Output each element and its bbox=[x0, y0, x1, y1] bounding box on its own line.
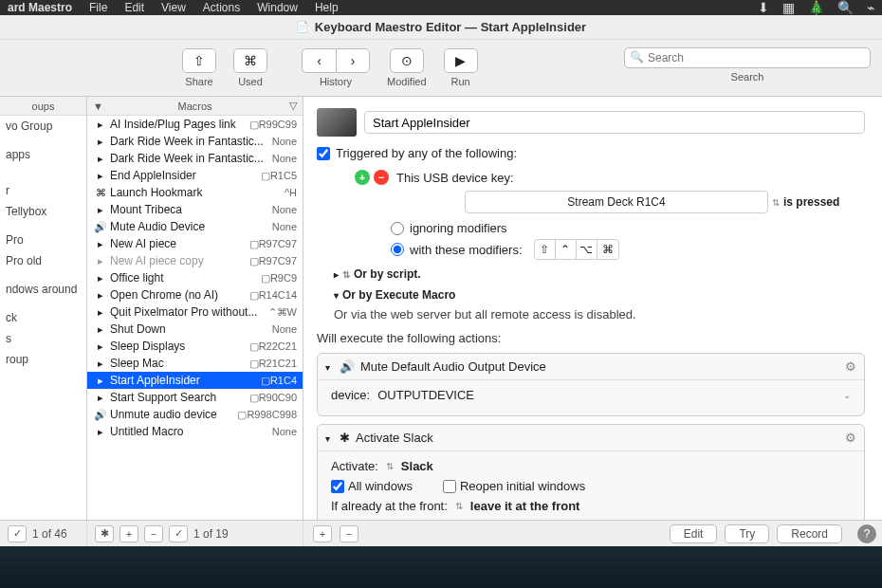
disclosure-icon[interactable] bbox=[325, 359, 334, 374]
modifier-box[interactable]: ⇧ ⌃ ⌥ ⌘ bbox=[534, 239, 619, 260]
chevron-updown-icon[interactable]: ⇅ bbox=[386, 461, 394, 471]
tree-icon[interactable]: 🎄 bbox=[808, 0, 824, 15]
gear-button[interactable]: ✱ bbox=[95, 525, 114, 542]
group-item[interactable]: Tellybox bbox=[0, 201, 86, 222]
macros-header[interactable]: ▼ Macros ▽ bbox=[87, 97, 303, 116]
sort-icon[interactable]: ▼ bbox=[93, 101, 103, 112]
macro-hotkey: None bbox=[272, 323, 297, 335]
gear-icon[interactable]: ⚙ bbox=[845, 431, 856, 445]
shift-mod-icon[interactable]: ⇧ bbox=[535, 240, 556, 259]
remove-trigger-button[interactable]: − bbox=[374, 170, 389, 185]
search-input[interactable] bbox=[624, 47, 871, 68]
chevron-updown-icon[interactable]: ⇅ bbox=[772, 197, 780, 208]
dropbox-icon[interactable]: ⬇ bbox=[758, 0, 769, 15]
or-script-disclosure[interactable]: ⇅Or by script. bbox=[334, 267, 865, 281]
activate-value[interactable]: Slack bbox=[401, 459, 433, 473]
share-button[interactable]: ⇧ bbox=[182, 48, 216, 73]
chevron-updown-icon[interactable]: ⇅ bbox=[455, 501, 463, 511]
groups-header[interactable]: oups bbox=[0, 97, 86, 116]
remove-button[interactable]: − bbox=[144, 525, 163, 542]
disclosure-icon[interactable] bbox=[325, 431, 334, 445]
macro-row[interactable]: ▸End AppleInsider▢R1C5 bbox=[87, 167, 303, 184]
enable-button[interactable]: ✓ bbox=[8, 525, 27, 542]
add-trigger-button[interactable]: + bbox=[355, 170, 370, 185]
action-mute-audio[interactable]: 🔊 Mute Default Audio Output Device ⚙ dev… bbox=[317, 353, 865, 416]
macro-row[interactable]: ▸Quit Pixelmator Pro without...⌃⌘W bbox=[87, 303, 303, 321]
macro-row[interactable]: ▸Dark Ride Week in Fantastic...None bbox=[87, 150, 303, 167]
group-item[interactable]: Pro bbox=[0, 230, 86, 250]
macro-row[interactable]: ▸Dark Ride Week in Fantastic...None bbox=[87, 133, 303, 150]
ignoring-radio[interactable] bbox=[391, 222, 404, 235]
macro-row[interactable]: ▸New AI piece copy▢R97C97 bbox=[87, 252, 303, 269]
modified-button[interactable]: ⊙ bbox=[390, 48, 424, 73]
used-button[interactable]: ⌘ bbox=[233, 48, 267, 73]
is-pressed-label[interactable]: is pressed bbox=[783, 195, 839, 209]
macro-row[interactable]: ▸Mount TribecaNone bbox=[87, 201, 303, 218]
macro-row[interactable]: ▸Open Chrome (no AI)▢R14C14 bbox=[87, 286, 303, 303]
group-item[interactable]: apps bbox=[0, 144, 86, 165]
device-value[interactable]: OUTPUTDEVICE bbox=[377, 388, 836, 402]
device-select[interactable]: Stream Deck R1C4 bbox=[465, 191, 768, 213]
add-button[interactable]: + bbox=[119, 525, 138, 542]
cmd-mod-icon[interactable]: ⌘ bbox=[597, 240, 618, 259]
edit-button[interactable]: Edit bbox=[670, 524, 718, 543]
chevron-down-icon[interactable]: ⌄ bbox=[843, 390, 851, 400]
group-item[interactable]: ndows around bbox=[0, 279, 86, 300]
menu-file[interactable]: File bbox=[89, 1, 107, 14]
macro-row[interactable]: 🔊Mute Audio DeviceNone bbox=[87, 218, 303, 235]
triggered-checkbox[interactable] bbox=[317, 147, 330, 160]
enable-macro-button[interactable]: ✓ bbox=[169, 525, 188, 542]
macro-row[interactable]: 🔊Unmute audio device▢R998C998 bbox=[87, 406, 303, 423]
all-windows-check[interactable]: All windows bbox=[331, 479, 413, 493]
history-fwd-button[interactable]: › bbox=[336, 48, 370, 73]
group-item[interactable]: roup bbox=[0, 349, 86, 370]
macro-name-input[interactable] bbox=[364, 111, 865, 134]
or-execute-disclosure[interactable]: Or by Execute Macro bbox=[334, 288, 865, 302]
front-value[interactable]: leave it at the front bbox=[470, 499, 580, 513]
group-item[interactable] bbox=[0, 271, 86, 279]
menu-view[interactable]: View bbox=[161, 1, 186, 14]
action-activate-slack[interactable]: ✱ Activate Slack ⚙ Activate: ⇅ Slack All… bbox=[317, 424, 865, 520]
grid-icon[interactable]: ▦ bbox=[782, 0, 795, 15]
group-item[interactable] bbox=[0, 137, 86, 144]
group-item[interactable]: Pro old bbox=[0, 250, 86, 271]
try-button[interactable]: Try bbox=[725, 524, 769, 543]
group-item[interactable] bbox=[0, 222, 86, 230]
group-item[interactable] bbox=[0, 173, 86, 180]
macro-row[interactable]: ▸Office light▢R9C9 bbox=[87, 269, 303, 286]
macros-count: 1 of 19 bbox=[193, 527, 229, 541]
run-button[interactable]: ▶ bbox=[444, 48, 478, 73]
reopen-check[interactable]: Reopen initial windows bbox=[443, 479, 585, 493]
control-icon[interactable]: ⌁ bbox=[867, 0, 874, 15]
group-item[interactable] bbox=[0, 300, 86, 307]
group-item[interactable]: s bbox=[0, 328, 86, 349]
group-item[interactable]: ck bbox=[0, 307, 86, 328]
add-action-button[interactable]: + bbox=[313, 525, 332, 542]
macro-row[interactable]: ▸Sleep Mac▢R21C21 bbox=[87, 355, 303, 372]
remove-action-button[interactable]: − bbox=[340, 525, 358, 542]
history-back-button[interactable]: ‹ bbox=[302, 48, 336, 73]
menu-help[interactable]: Help bbox=[315, 1, 339, 14]
macro-row[interactable]: ▸AI Inside/Plug Pages link▢R99C99 bbox=[87, 116, 303, 133]
group-item[interactable]: vo Group bbox=[0, 116, 86, 137]
macro-row[interactable]: ⌘Launch Hookmark^H bbox=[87, 184, 303, 201]
search-icon[interactable]: 🔍 bbox=[837, 0, 854, 15]
menu-edit[interactable]: Edit bbox=[124, 1, 144, 14]
group-item[interactable] bbox=[0, 165, 86, 173]
macro-row[interactable]: ▸Sleep Displays▢R22C21 bbox=[87, 338, 303, 355]
sort2-icon[interactable]: ▽ bbox=[289, 100, 297, 112]
opt-mod-icon[interactable]: ⌥ bbox=[577, 240, 597, 259]
macro-row[interactable]: ▸New AI piece▢R97C97 bbox=[87, 235, 303, 252]
menu-window[interactable]: Window bbox=[257, 1, 298, 14]
gear-icon[interactable]: ⚙ bbox=[845, 359, 856, 374]
group-item[interactable]: r bbox=[0, 180, 86, 201]
menu-actions[interactable]: Actions bbox=[203, 1, 240, 14]
ctrl-mod-icon[interactable]: ⌃ bbox=[556, 240, 577, 259]
record-button[interactable]: Record bbox=[777, 524, 842, 543]
macro-row[interactable]: ▸Shut DownNone bbox=[87, 321, 303, 338]
macro-row[interactable]: ▸Untitled MacroNone bbox=[87, 423, 303, 440]
macro-row[interactable]: ▸Start Support Search▢R90C90 bbox=[87, 389, 303, 406]
macro-row[interactable]: ▸Start AppleInsider▢R1C4 bbox=[87, 372, 303, 389]
withmods-radio[interactable] bbox=[391, 243, 404, 256]
help-button[interactable]: ? bbox=[857, 524, 876, 543]
